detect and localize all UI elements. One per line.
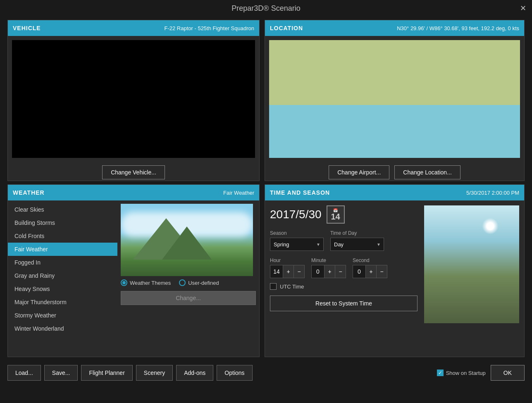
- toolbar-right: ✓ Show on Startup OK: [437, 365, 525, 381]
- scenery-button[interactable]: Scenery: [136, 365, 173, 381]
- time-of-day-label: Time of Day: [330, 230, 384, 236]
- reset-system-time-button[interactable]: Reset to System Time: [270, 296, 417, 311]
- radio-user-label[interactable]: User-defined: [179, 279, 219, 286]
- weather-panel-body: Clear Skies Building Storms Cold Fronts …: [8, 200, 259, 351]
- hour-value: 14: [270, 268, 283, 275]
- calendar-number: 14: [331, 212, 340, 221]
- weather-item-major-thunderstorm[interactable]: Major Thunderstorm: [8, 296, 117, 309]
- date-row: 2017/5/30 📅 14: [270, 205, 417, 224]
- radio-themes-text: Weather Themes: [130, 280, 171, 286]
- minute-increment-button[interactable]: +: [324, 265, 335, 278]
- weather-item-clear-skies[interactable]: Clear Skies: [8, 203, 117, 216]
- addons-button[interactable]: Add-ons: [176, 365, 213, 381]
- calendar-button[interactable]: 📅 14: [327, 205, 345, 224]
- sun-orb: [482, 218, 499, 234]
- mountain-2: [162, 227, 212, 260]
- location-btn-row: Change Airport... Change Location...: [265, 162, 524, 183]
- season-label: Season: [270, 230, 324, 236]
- minute-value: 0: [312, 268, 324, 275]
- vehicle-preview: [12, 40, 255, 158]
- radio-user-text: User-defined: [188, 280, 219, 286]
- weather-change-button[interactable]: Change...: [121, 291, 256, 305]
- minute-label: Minute: [311, 258, 346, 263]
- second-label: Second: [353, 258, 387, 263]
- toolbar: Load... Save... Flight Planner Scenery A…: [0, 360, 532, 385]
- location-panel: LOCATION N30° 29.96' / W86° 30.68', 93 f…: [265, 20, 525, 181]
- season-group: Season Spring Summer Fall Winter ▼: [270, 230, 324, 251]
- location-panel-header: LOCATION N30° 29.96' / W86° 30.68', 93 f…: [265, 20, 524, 36]
- change-location-button[interactable]: Change Location...: [394, 165, 460, 179]
- top-row: VEHICLE F-22 Raptor - 525th Fighter Squa…: [7, 20, 525, 181]
- vehicle-panel: VEHICLE F-22 Raptor - 525th Fighter Squa…: [7, 20, 260, 181]
- season-select-wrapper: Spring Summer Fall Winter ▼: [270, 238, 324, 251]
- show-startup-checkbox[interactable]: ✓: [437, 370, 444, 376]
- load-button[interactable]: Load...: [7, 365, 41, 381]
- spinners-row: Hour 14 + − Minute 0 +: [270, 258, 417, 278]
- utc-row: UTC Time: [270, 283, 417, 290]
- utc-checkbox[interactable]: [270, 283, 277, 290]
- ok-button[interactable]: OK: [491, 365, 525, 381]
- time-left-col: 2017/5/30 📅 14 Season Spring: [270, 205, 417, 323]
- weather-item-cold-fronts[interactable]: Cold Fronts: [8, 229, 117, 243]
- time-content: 2017/5/30 📅 14 Season Spring: [265, 200, 524, 328]
- minute-decrement-button[interactable]: −: [335, 265, 346, 278]
- change-airport-button[interactable]: Change Airport...: [329, 165, 389, 179]
- weather-item-fair-weather[interactable]: Fair Weather: [8, 243, 117, 256]
- location-map: [269, 40, 520, 158]
- season-select[interactable]: Spring Summer Fall Winter: [270, 238, 324, 251]
- close-button[interactable]: ✕: [518, 3, 528, 13]
- second-group: Second 0 + −: [353, 258, 387, 278]
- hour-spinner: 14 + −: [270, 265, 305, 278]
- time-panel-title: TIME AND SEASON: [270, 189, 330, 196]
- main-container: VEHICLE F-22 Raptor - 525th Fighter Squa…: [0, 17, 532, 360]
- hour-increment-button[interactable]: +: [283, 265, 293, 278]
- time-of-day-select[interactable]: Dawn Morning Day Dusk Evening Night: [330, 238, 384, 251]
- vehicle-btn-row: Change Vehicle...: [8, 162, 259, 183]
- save-button[interactable]: Save...: [44, 365, 78, 381]
- weather-list: Clear Skies Building Storms Cold Fronts …: [8, 200, 117, 351]
- time-current: 5/30/2017 2:00:00 PM: [466, 190, 519, 196]
- minute-group: Minute 0 + −: [311, 258, 346, 278]
- vehicle-panel-header: VEHICLE F-22 Raptor - 525th Fighter Squa…: [8, 20, 259, 36]
- weather-item-winter-wonderland[interactable]: Winter Wonderland: [8, 322, 117, 335]
- second-spinner: 0 + −: [353, 265, 387, 278]
- time-panel-header: TIME AND SEASON 5/30/2017 2:00:00 PM: [265, 185, 524, 200]
- hour-decrement-button[interactable]: −: [293, 265, 304, 278]
- minute-spinner: 0 + −: [311, 265, 346, 278]
- map-water: [269, 105, 520, 158]
- show-startup-label: Show on Startup: [446, 370, 486, 376]
- date-display: 2017/5/30: [270, 208, 322, 221]
- title-bar: Prepar3D® Scenario ✕: [0, 0, 532, 17]
- radio-themes-circle[interactable]: [121, 279, 127, 286]
- weather-preview: [121, 204, 253, 276]
- location-panel-title: LOCATION: [270, 25, 303, 31]
- second-decrement-button[interactable]: −: [376, 265, 387, 278]
- weather-current: Fair Weather: [223, 190, 254, 196]
- weather-panel-title: WEATHER: [13, 189, 45, 196]
- radio-user-circle[interactable]: [179, 279, 186, 286]
- vehicle-panel-title: VEHICLE: [13, 25, 41, 31]
- time-season-panel: TIME AND SEASON 5/30/2017 2:00:00 PM 201…: [265, 184, 525, 357]
- weather-item-gray-rainy[interactable]: Gray and Rainy: [8, 269, 117, 282]
- window-title: Prepar3D® Scenario: [231, 4, 300, 13]
- time-preview: [424, 205, 519, 323]
- weather-item-stormy-weather[interactable]: Stormy Weather: [8, 309, 117, 322]
- weather-item-building-storms[interactable]: Building Storms: [8, 216, 117, 229]
- change-vehicle-button[interactable]: Change Vehicle...: [102, 165, 165, 179]
- flight-planner-button[interactable]: Flight Planner: [81, 365, 132, 381]
- utc-label: UTC Time: [280, 284, 304, 290]
- hour-label: Hour: [270, 258, 305, 263]
- weather-item-fogged-in[interactable]: Fogged In: [8, 256, 117, 269]
- second-increment-button[interactable]: +: [365, 265, 376, 278]
- hour-group: Hour 14 + −: [270, 258, 305, 278]
- weather-panel-header: WEATHER Fair Weather: [8, 185, 259, 200]
- weather-item-heavy-snows[interactable]: Heavy Snows: [8, 282, 117, 296]
- vehicle-current: F-22 Raptor - 525th Fighter Squadron: [164, 25, 254, 31]
- options-button[interactable]: Options: [217, 365, 252, 381]
- selects-row: Season Spring Summer Fall Winter ▼: [270, 230, 417, 251]
- show-startup-group: ✓ Show on Startup: [437, 370, 486, 376]
- radio-themes-label[interactable]: Weather Themes: [121, 279, 171, 286]
- bottom-row: WEATHER Fair Weather Clear Skies Buildin…: [7, 184, 525, 357]
- weather-radio-row: Weather Themes User-defined: [121, 276, 256, 288]
- location-coordinates: N30° 29.96' / W86° 30.68', 93 feet, 192.…: [397, 25, 519, 31]
